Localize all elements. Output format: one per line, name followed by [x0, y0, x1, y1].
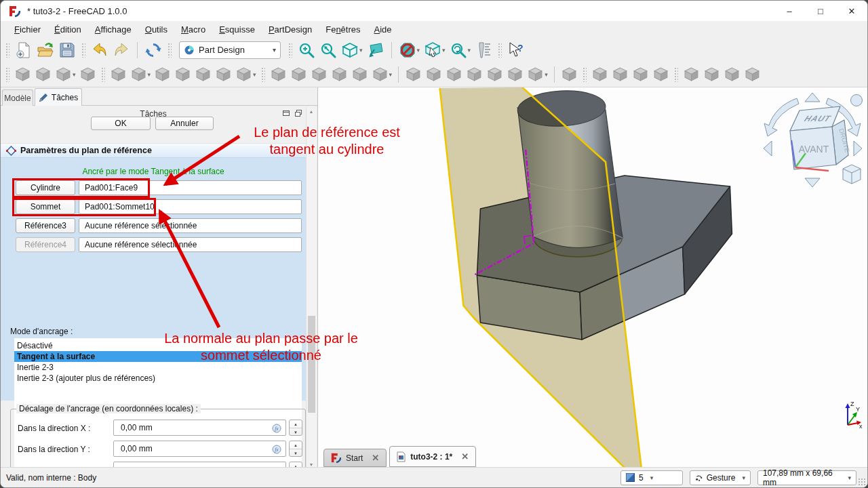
tab-start[interactable]: Start ✕ — [323, 449, 387, 467]
tab-document[interactable]: tuto3-2 : 1* ✕ — [389, 446, 476, 467]
menu-outils[interactable]: Outils — [138, 22, 174, 37]
antialiasing-combo[interactable]: 5 ▾ — [620, 470, 683, 485]
navigation-cube[interactable]: HAUT AVANT DROITE — [762, 92, 865, 189]
variable-set-icon[interactable] — [79, 65, 97, 83]
cylindre-field[interactable]: Pad001:Face9 — [79, 180, 302, 195]
make-link-icon[interactable]: ▾ — [54, 65, 77, 83]
additive-pipe-icon[interactable] — [330, 65, 349, 83]
menu-partdesign[interactable]: PartDesign — [262, 22, 319, 37]
offset-y-field[interactable]: 0,00 mm fx — [113, 441, 286, 457]
nav-up-triangle-icon[interactable] — [805, 93, 820, 102]
create-group-icon[interactable] — [34, 65, 52, 83]
whats-this-icon[interactable]: ? — [507, 41, 526, 60]
spin-down-icon[interactable]: ▼ — [290, 449, 302, 457]
redo-icon[interactable] — [112, 41, 131, 60]
create-body-icon[interactable] — [109, 65, 127, 83]
groove-icon[interactable] — [445, 65, 463, 83]
list-item[interactable]: Inertie 2-3 — [14, 362, 302, 373]
clipping-plane-icon[interactable]: ▾ — [398, 41, 421, 60]
tab-taches[interactable]: Tâches — [35, 88, 82, 106]
minimize-button[interactable]: – — [774, 1, 805, 21]
create-part-icon[interactable] — [14, 65, 32, 83]
document-save-icon[interactable] — [58, 41, 77, 60]
subtractive-primitive-icon[interactable]: ▾ — [526, 65, 549, 83]
zoom-fit-icon[interactable] — [297, 41, 316, 60]
workbench-selector[interactable]: Part Design ▾ — [179, 41, 281, 59]
list-item[interactable]: Inertie 2-3 (ajouter plus de références) — [14, 373, 302, 384]
boolean-operation-icon[interactable] — [560, 65, 578, 83]
chamfer-icon[interactable] — [611, 65, 629, 83]
resize-grip[interactable] — [858, 478, 866, 486]
document-new-icon[interactable] — [14, 41, 33, 60]
spin-up-icon[interactable]: ▲ — [290, 420, 302, 428]
check-geometry-icon[interactable] — [214, 65, 233, 83]
additive-helix-icon[interactable] — [351, 65, 369, 83]
dimension-combo[interactable]: 107,89 mm x 69,66 mm ▾ — [757, 470, 856, 485]
expression-icon[interactable]: fx — [272, 445, 281, 454]
create-datum-icon[interactable]: ▾ — [235, 65, 257, 83]
document-open-icon[interactable] — [36, 41, 55, 60]
close-tab-icon[interactable]: ✕ — [461, 451, 469, 462]
close-button[interactable]: ✕ — [836, 1, 867, 21]
additive-primitive-icon[interactable]: ▾ — [371, 65, 393, 83]
fillet-icon[interactable] — [591, 65, 609, 83]
menu-fichier[interactable]: Fichier — [7, 22, 47, 37]
subtractive-helix-icon[interactable] — [506, 65, 524, 83]
nav-down-triangle-icon[interactable] — [805, 178, 820, 187]
maximize-button[interactable]: □ — [805, 1, 836, 21]
cancel-button[interactable]: Annuler — [155, 117, 214, 130]
validate-sketch-icon[interactable] — [174, 65, 192, 83]
zoom-selection-icon[interactable] — [319, 41, 338, 60]
ok-button[interactable]: OK — [91, 117, 151, 130]
scroll-down-icon[interactable]: ▼ — [307, 462, 316, 467]
pocket-icon[interactable] — [404, 65, 422, 83]
close-tab-icon[interactable]: ✕ — [372, 453, 379, 463]
create-sketch-icon[interactable]: ▾ — [130, 65, 152, 83]
cylindre-button[interactable]: Cylindre — [16, 180, 75, 195]
offset-y-spinner[interactable]: ▲▼ — [289, 441, 302, 457]
axonometric-view-icon[interactable]: ▾ — [340, 41, 363, 60]
menu-aide[interactable]: Aide — [368, 22, 399, 37]
reference3-field[interactable]: Aucune référence sélectionnée — [79, 218, 302, 233]
tab-modele[interactable]: Modèle — [2, 89, 33, 106]
menu-esquisse[interactable]: Esquisse — [212, 22, 262, 37]
revolution-icon[interactable] — [290, 65, 308, 83]
reference4-field[interactable]: Aucune référence sélectionnée — [79, 237, 302, 252]
polar-pattern-icon[interactable] — [723, 65, 741, 83]
spin-down-icon[interactable]: ▼ — [290, 428, 302, 436]
reference3-button[interactable]: Référence3 — [16, 218, 75, 233]
pad-icon[interactable] — [269, 65, 288, 83]
mini-cube-icon[interactable] — [843, 165, 861, 184]
draft-icon[interactable] — [631, 65, 650, 83]
float-panel-icon[interactable] — [294, 109, 302, 117]
refresh-icon[interactable] — [144, 41, 163, 60]
menu-fenetres[interactable]: Fenêtres — [319, 22, 367, 37]
mirrored-icon[interactable] — [682, 65, 701, 83]
edit-sketch-icon[interactable] — [153, 65, 172, 83]
menu-edition[interactable]: Édition — [47, 22, 88, 37]
panel-scrollbar[interactable]: ▲ ▼ — [306, 108, 316, 468]
thickness-icon[interactable] — [652, 65, 670, 83]
multitransform-icon[interactable] — [743, 65, 762, 83]
map-sketch-icon[interactable] — [194, 65, 212, 83]
nav-circle-icon[interactable] — [851, 95, 863, 106]
hole-icon[interactable] — [425, 65, 443, 83]
menu-affichage[interactable]: Affichage — [88, 22, 138, 37]
nav-left-triangle-icon[interactable] — [764, 141, 772, 156]
sommet-field[interactable]: Pad001:Sommet10 — [79, 199, 302, 214]
navigation-style-combo[interactable]: Gesture ▾ — [690, 470, 751, 485]
list-item[interactable]: Désactivé — [14, 340, 302, 351]
offset-x-field[interactable]: 0,00 mm fx — [113, 420, 286, 436]
scroll-up-icon[interactable]: ▲ — [307, 109, 316, 114]
measure-icon[interactable] — [474, 41, 493, 60]
scrollbar-thumb[interactable] — [308, 316, 315, 413]
select-view-icon[interactable] — [366, 41, 385, 60]
linear-pattern-icon[interactable] — [703, 65, 721, 83]
list-item-selected[interactable]: Tangent à la surface — [14, 351, 302, 362]
subtractive-pipe-icon[interactable] — [486, 65, 504, 83]
nav-right-triangle-icon[interactable] — [854, 141, 862, 156]
additive-loft-icon[interactable] — [310, 65, 328, 83]
3d-viewport[interactable]: HAUT AVANT DROITE Z — [318, 87, 867, 468]
dock-panel-icon[interactable] — [282, 109, 290, 117]
zoom-sync-icon[interactable]: ▾ — [449, 41, 472, 60]
